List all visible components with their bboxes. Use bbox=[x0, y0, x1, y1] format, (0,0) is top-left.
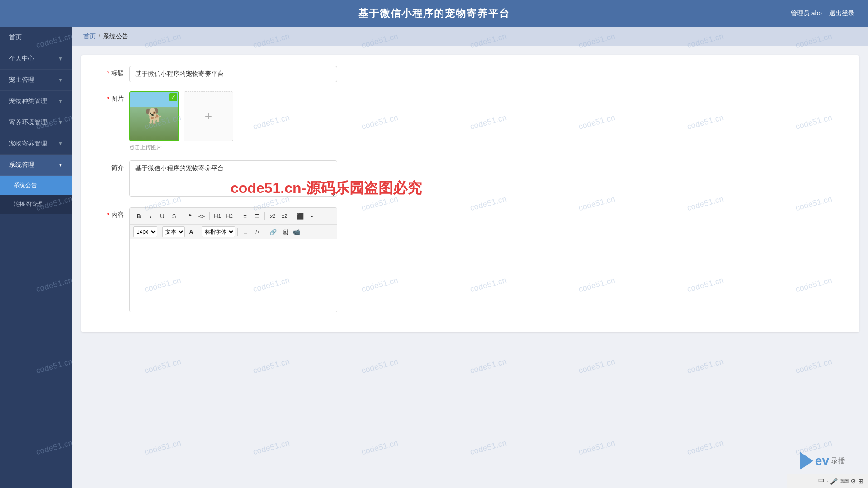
font-family-select[interactable]: 标楷字体 宋体 黑体 bbox=[202, 226, 235, 237]
svg-point-18 bbox=[152, 95, 158, 100]
sidebar-item-home[interactable]: 首页 bbox=[0, 27, 72, 48]
sidebar-sub-banner-label: 轮播图管理 bbox=[14, 201, 43, 207]
sidebar-item-pet-foster-label: 宠物寄养管理 bbox=[9, 140, 47, 148]
link-button[interactable]: 🔗 bbox=[268, 226, 278, 237]
breadcrumb-separator: / bbox=[99, 33, 100, 40]
font-color-select[interactable]: 文本 bbox=[162, 226, 185, 237]
breadcrumb-home[interactable]: 首页 bbox=[83, 33, 96, 41]
ime-chinese-icon: 中 bbox=[818, 477, 825, 485]
image-preview[interactable]: ✓ bbox=[129, 91, 179, 141]
content-area: 首页 / 系统公告 标题 图片 bbox=[72, 27, 868, 488]
pet-foster-arrow-icon: ▼ bbox=[58, 141, 63, 147]
breadcrumb: 首页 / 系统公告 bbox=[72, 27, 868, 46]
sidebar-item-pet-mgmt-label: 宠主管理 bbox=[9, 76, 34, 84]
sidebar-item-pet-type[interactable]: 宠物种类管理 ▼ bbox=[0, 91, 72, 112]
strikethrough-button[interactable]: S bbox=[169, 211, 179, 221]
toolbar-sep-1 bbox=[182, 212, 182, 220]
toolbar-sep-5 bbox=[292, 212, 292, 220]
superscript-button[interactable]: x2 bbox=[279, 211, 290, 221]
personal-arrow-icon: ▼ bbox=[58, 56, 63, 62]
sidebar-item-personal-label: 个人中心 bbox=[9, 55, 34, 63]
svg-point-17 bbox=[160, 120, 161, 122]
align-right-button[interactable]: ▪ bbox=[307, 211, 317, 221]
clear-format-button[interactable]: Tx bbox=[252, 226, 263, 237]
subscript-button[interactable]: x2 bbox=[267, 211, 278, 221]
sidebar-sub-announcement-label: 系统公告 bbox=[14, 182, 37, 188]
image-add-button[interactable]: + bbox=[184, 91, 233, 141]
content-label: 内容 bbox=[92, 207, 124, 219]
summary-row: 简介 基于微信小程序的宠物寄养平台 bbox=[92, 160, 848, 198]
underline-button[interactable]: U bbox=[157, 211, 168, 221]
svg-rect-9 bbox=[151, 101, 154, 103]
sidebar-item-pet-foster[interactable]: 宠物寄养管理 ▼ bbox=[0, 133, 72, 155]
main-layout: 首页 个人中心 ▼ 宠主管理 ▼ 宠物种类管理 ▼ 寄养环境管理 ▼ 宠物寄养管… bbox=[0, 27, 868, 488]
editor-toolbar-row1: B I U S ❝ <> H1 H2 ≡ ☰ bbox=[130, 208, 337, 225]
ordered-list-button[interactable]: ≡ bbox=[240, 211, 250, 221]
ime-mic-icon: 🎤 bbox=[830, 478, 838, 485]
title-row: 标题 bbox=[92, 66, 848, 82]
summary-textarea[interactable]: 基于微信小程序的宠物寄养平台 bbox=[129, 160, 337, 197]
sidebar-sub-item-banner[interactable]: 轮播图管理 bbox=[0, 195, 72, 214]
video-insert-button[interactable]: 📹 bbox=[291, 226, 302, 237]
toolbar-sep-8 bbox=[237, 228, 238, 236]
form-area: 标题 图片 bbox=[81, 55, 859, 332]
blockquote-button[interactable]: ❝ bbox=[184, 211, 195, 221]
align-center-button[interactable]: ≡ bbox=[240, 226, 251, 237]
logout-button[interactable]: 退出登录 bbox=[829, 9, 854, 18]
font-size-select[interactable]: 14px 12px 16px 18px bbox=[133, 226, 157, 237]
font-color-a-button[interactable]: A bbox=[186, 226, 197, 237]
sidebar-item-personal[interactable]: 个人中心 ▼ bbox=[0, 48, 72, 70]
pet-type-arrow-icon: ▼ bbox=[58, 98, 63, 104]
pet-mgmt-arrow-icon: ▼ bbox=[58, 77, 63, 83]
svg-point-11 bbox=[130, 115, 135, 124]
h1-button[interactable]: H1 bbox=[212, 211, 223, 221]
svg-rect-4 bbox=[151, 103, 166, 105]
svg-rect-13 bbox=[164, 110, 174, 124]
svg-rect-3 bbox=[132, 103, 148, 105]
ime-keyboard-icon: ⌨ bbox=[840, 478, 849, 485]
title-control bbox=[129, 66, 848, 82]
toolbar-sep-3 bbox=[237, 212, 237, 220]
editor-body[interactable] bbox=[130, 239, 337, 312]
svg-rect-10 bbox=[155, 101, 158, 103]
editor-toolbar-row2: 14px 12px 16px 18px 文本 A bbox=[130, 225, 337, 239]
svg-point-15 bbox=[151, 122, 160, 128]
ime-grid-icon: ⊞ bbox=[858, 478, 863, 485]
sidebar-sub-item-announcement[interactable]: 系统公告 bbox=[0, 176, 72, 195]
image-hint: 点击上传图片 bbox=[129, 144, 848, 151]
unordered-list-button[interactable]: ☰ bbox=[251, 211, 262, 221]
sidebar-item-foster-env-label: 寄养环境管理 bbox=[9, 118, 47, 127]
svg-rect-6 bbox=[133, 101, 136, 103]
svg-rect-2 bbox=[130, 101, 179, 124]
sidebar-item-system-mgmt[interactable]: 系统管理 ▼ bbox=[0, 155, 72, 176]
sidebar-item-home-label: 首页 bbox=[9, 33, 22, 42]
italic-button[interactable]: I bbox=[145, 211, 156, 221]
summary-label: 简介 bbox=[92, 160, 124, 172]
system-mgmt-arrow-icon: ▼ bbox=[58, 162, 63, 168]
toolbar-sep-6 bbox=[160, 228, 160, 236]
svg-rect-5 bbox=[132, 108, 148, 110]
image-insert-button[interactable]: 🖼 bbox=[279, 226, 290, 237]
align-left-button[interactable]: ⬛ bbox=[295, 211, 306, 221]
image-control: ✓ + 点击上传图片 bbox=[129, 91, 848, 151]
sidebar-item-system-mgmt-label: 系统管理 bbox=[9, 161, 34, 169]
h2-button[interactable]: H2 bbox=[224, 211, 235, 221]
breadcrumb-current: 系统公告 bbox=[103, 33, 128, 41]
ime-settings-icon: ⚙ bbox=[850, 478, 856, 485]
code-button[interactable]: <> bbox=[196, 211, 207, 221]
toolbar-sep-7 bbox=[199, 228, 199, 236]
bold-button[interactable]: B bbox=[133, 211, 144, 221]
content-control: B I U S ❝ <> H1 H2 ≡ ☰ bbox=[129, 207, 848, 312]
header-title: 基于微信小程序的宠物寄养平台 bbox=[358, 7, 510, 20]
sidebar-item-foster-env[interactable]: 寄养环境管理 ▼ bbox=[0, 112, 72, 133]
header: 基于微信小程序的宠物寄养平台 管理员 abo 退出登录 bbox=[0, 0, 868, 27]
image-upload-area: ✓ + bbox=[129, 91, 848, 141]
rich-text-editor: B I U S ❝ <> H1 H2 ≡ ☰ bbox=[129, 207, 337, 312]
toolbar-sep-9 bbox=[265, 228, 265, 236]
title-input[interactable] bbox=[129, 66, 337, 82]
svg-point-14 bbox=[165, 117, 166, 118]
sidebar-item-pet-mgmt[interactable]: 宠主管理 ▼ bbox=[0, 70, 72, 91]
image-check-icon: ✓ bbox=[169, 93, 177, 101]
svg-rect-8 bbox=[141, 101, 143, 103]
svg-point-16 bbox=[157, 120, 162, 125]
